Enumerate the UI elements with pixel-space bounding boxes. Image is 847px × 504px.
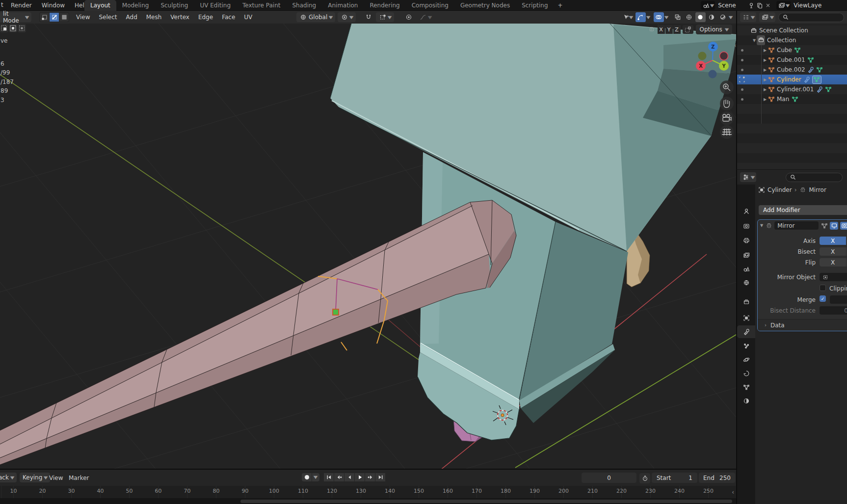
- mode-dropdown[interactable]: lit Mode▼: [0, 12, 31, 22]
- pin-icon[interactable]: [747, 2, 755, 9]
- bisect-x-button[interactable]: X: [820, 247, 846, 256]
- current-frame-field[interactable]: 0: [582, 473, 636, 483]
- render-display-toggle[interactable]: [840, 222, 847, 230]
- properties-tab-constraints[interactable]: [737, 367, 755, 380]
- viewlayer-selector[interactable]: ▼: [776, 1, 791, 10]
- collapse-panel-chevron[interactable]: ▼: [760, 223, 763, 228]
- symmetry-x-button[interactable]: X: [658, 25, 665, 34]
- use-preview-range-button[interactable]: [639, 473, 650, 483]
- shading-material-button[interactable]: [707, 12, 717, 22]
- properties-tab-tool[interactable]: [737, 205, 755, 218]
- modifier-name-field[interactable]: Mirror: [774, 221, 819, 230]
- properties-tab-object-data[interactable]: [737, 381, 755, 394]
- overlays-dropdown[interactable]: ▼: [664, 15, 668, 20]
- menu-uv[interactable]: UV: [239, 11, 257, 24]
- auto-keying-dropdown[interactable]: ▼: [312, 473, 319, 481]
- camera-view-button[interactable]: [720, 111, 734, 125]
- timeline-marker-menu[interactable]: Marker: [69, 475, 89, 481]
- zoom-button[interactable]: [720, 80, 734, 94]
- scene-name[interactable]: Scene: [716, 2, 746, 9]
- shading-rendered-button[interactable]: [718, 12, 728, 22]
- axis-x-button[interactable]: X: [820, 237, 846, 245]
- breadcrumb-modifier[interactable]: Mirror: [809, 186, 826, 193]
- gizmo-toggle[interactable]: [635, 12, 646, 22]
- properties-tab-material[interactable]: [737, 395, 755, 407]
- play-button[interactable]: [355, 473, 365, 481]
- bisect-distance-field[interactable]: 0.00: [820, 306, 847, 315]
- tab-texture-paint[interactable]: Texture Paint: [237, 0, 286, 11]
- options-dropdown[interactable]: Options▼: [696, 25, 732, 34]
- properties-tab-output[interactable]: [737, 234, 755, 247]
- disclosure-arrow[interactable]: ▼: [752, 38, 757, 43]
- outliner-row-cube-001[interactable]: ▶Cube.001: [737, 55, 847, 65]
- jump-start-button[interactable]: [324, 473, 334, 481]
- outliner-row-scene-collection[interactable]: Scene Collection: [737, 26, 847, 35]
- tab-sculpting[interactable]: Sculpting: [155, 0, 194, 11]
- shading-dropdown[interactable]: ▼: [729, 15, 733, 20]
- add-workspace-button[interactable]: +: [554, 0, 567, 11]
- menu-select[interactable]: Select: [94, 11, 121, 24]
- visibility-dropdown[interactable]: ▼: [621, 12, 634, 22]
- snap-settings-dropdown[interactable]: ▼: [376, 12, 394, 22]
- menu-edge[interactable]: Edge: [194, 11, 217, 24]
- xray-toggle[interactable]: [673, 12, 683, 22]
- viewport-3d[interactable]: Z X Y: [0, 24, 736, 469]
- merge-checkbox[interactable]: ✓: [820, 295, 826, 302]
- gizmo-axis-neg-y[interactable]: [698, 52, 707, 60]
- outliner-empty-row[interactable]: [737, 124, 847, 133]
- outliner-row-man[interactable]: ▶Man: [737, 94, 847, 104]
- tab-geometry-nodes[interactable]: Geometry Nodes: [454, 0, 516, 11]
- jump-end-button[interactable]: [375, 473, 385, 481]
- outliner-empty-row[interactable]: [737, 133, 847, 143]
- add-modifier-button[interactable]: Add Modifier: [759, 205, 847, 215]
- gizmo-dropdown[interactable]: ▼: [646, 15, 650, 20]
- tab-uv-editing[interactable]: UV Editing: [194, 0, 237, 11]
- outliner-row-cube[interactable]: ▶Cube: [737, 45, 847, 55]
- data-subpanel[interactable]: › Data: [758, 319, 847, 331]
- outliner-search-input[interactable]: [778, 13, 844, 22]
- menu-mesh[interactable]: Mesh: [142, 11, 166, 24]
- properties-tab-object[interactable]: [737, 312, 755, 324]
- disclosure-arrow[interactable]: ▶: [763, 58, 768, 62]
- outliner-row-collection[interactable]: ▼Collection: [737, 35, 847, 45]
- frame-end-field[interactable]: End250: [699, 473, 735, 483]
- prev-keyframe-button[interactable]: [334, 473, 344, 481]
- tweak-tool-button[interactable]: [0, 24, 8, 32]
- properties-tab-render[interactable]: [737, 220, 755, 233]
- face-select-button[interactable]: [59, 13, 69, 22]
- clipping-checkbox[interactable]: [820, 285, 826, 291]
- disclosure-arrow[interactable]: ▶: [763, 97, 768, 102]
- timeline-collapse-arrow[interactable]: ‹: [732, 489, 734, 496]
- keying-dropdown[interactable]: Keying▼: [20, 473, 50, 482]
- ortho-grid-button[interactable]: [720, 125, 734, 139]
- transform-orientation-dropdown[interactable]: Global▼: [296, 12, 335, 22]
- timeline-view-menu[interactable]: View: [49, 475, 63, 481]
- disclosure-arrow[interactable]: ▶: [763, 87, 768, 92]
- tab-scripting[interactable]: Scripting: [516, 0, 554, 11]
- menu-view[interactable]: View: [72, 11, 94, 24]
- symmetry-y-button[interactable]: Y: [665, 25, 673, 34]
- shading-solid-button[interactable]: [695, 12, 706, 22]
- properties-tab-view-layer[interactable]: [737, 249, 755, 262]
- select-circle-tool-button[interactable]: [18, 24, 26, 32]
- disclosure-arrow[interactable]: ▶: [763, 78, 768, 82]
- disclosure-arrow[interactable]: ▶: [763, 68, 768, 72]
- properties-tab-physics[interactable]: [737, 353, 755, 366]
- tab-compositing[interactable]: Compositing: [406, 0, 454, 11]
- outliner-display-mode-dropdown[interactable]: ▼: [740, 12, 756, 22]
- menu-vertex[interactable]: Vertex: [166, 11, 194, 24]
- gizmo-axis-neg-z[interactable]: [709, 70, 717, 79]
- prev-frame-button[interactable]: [344, 473, 354, 481]
- realtime-display-toggle[interactable]: [830, 222, 838, 230]
- outliner-row-cube-002[interactable]: ▶Cube.002: [737, 65, 847, 75]
- properties-tab-particles[interactable]: [737, 340, 755, 352]
- mirror-object-field[interactable]: [820, 273, 847, 281]
- delete-scene-icon[interactable]: [764, 2, 771, 9]
- playback-dropdown[interactable]: ack▼: [0, 473, 17, 482]
- overlays-toggle[interactable]: [654, 12, 664, 22]
- properties-tab-scene[interactable]: [737, 263, 755, 275]
- outliner-filter-dropdown[interactable]: ▼: [759, 12, 775, 22]
- viewlayer-name[interactable]: ViewLaye: [792, 2, 847, 9]
- tab-modeling[interactable]: Modeling: [116, 0, 155, 11]
- flip-x-button[interactable]: X: [820, 258, 846, 266]
